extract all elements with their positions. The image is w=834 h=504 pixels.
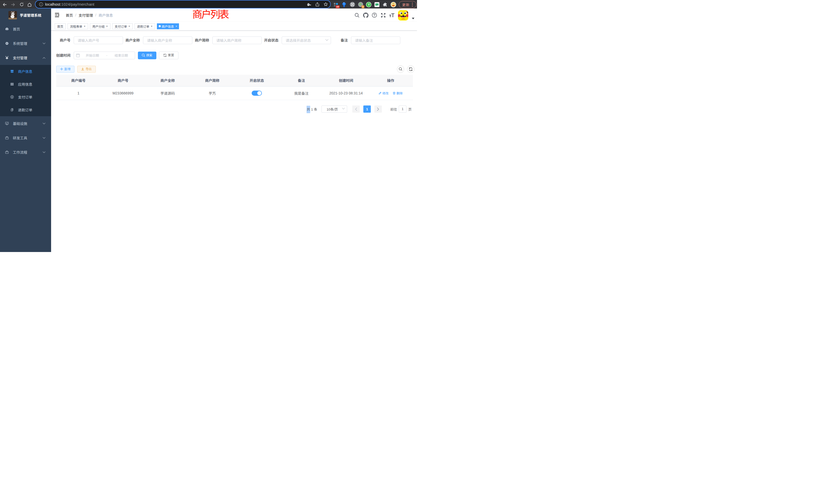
remark-input[interactable]: 请输入备注 <box>351 37 400 44</box>
pagination-goto: 前往 1 页 <box>390 106 412 113</box>
text-size-icon <box>389 13 395 18</box>
question-circle-icon <box>372 13 377 18</box>
avatar[interactable] <box>398 10 408 21</box>
col-merchant-id[interactable]: 商户编号 <box>56 75 101 87</box>
reset-button[interactable]: 重置 <box>159 51 178 59</box>
user-avatar-dropdown[interactable] <box>396 8 417 22</box>
tab-close-icon[interactable]: × <box>175 25 177 28</box>
tab-payment-orders[interactable]: 支付订单× <box>112 23 133 29</box>
sidebar-item-system[interactable]: 系统管理 <box>0 36 51 50</box>
search-button[interactable]: 搜索 <box>138 51 156 59</box>
status-toggle[interactable] <box>251 91 262 96</box>
tab-refund-orders[interactable]: 退款订单× <box>135 23 155 29</box>
header-search-button[interactable] <box>353 8 361 22</box>
col-create-time[interactable]: 创建时间 <box>324 75 369 87</box>
url-bar[interactable]: localhost:1024/pay/merchant <box>36 1 330 8</box>
password-key-icon[interactable] <box>307 2 311 7</box>
sidebar-item-payment[interactable]: 支付管理 <box>0 50 51 65</box>
cell-merchant-name: 芋道源码 <box>145 87 190 100</box>
col-merchant-short-name[interactable]: 商户简称 <box>190 75 235 87</box>
sidebar-item-refund-orders[interactable]: 退款订单 <box>0 104 51 116</box>
sidebar-item-merchant-info[interactable]: 商户信息 <box>0 65 51 78</box>
cell-remark: 我是备注 <box>279 87 324 100</box>
chevron-left-icon <box>355 108 357 111</box>
ext-meet-icon[interactable] <box>374 2 380 7</box>
breadcrumb-home[interactable]: 首页 <box>66 13 73 18</box>
form-item-merchant-short-name: 商户简称 请输入商户简称 <box>195 37 262 44</box>
form-item-merchant-name: 商户全称 请输入商户全称 <box>126 37 192 44</box>
browser-update-menu-button[interactable]: 更新 <box>399 1 417 8</box>
sidebar-logo[interactable]: 芋道管理系统 <box>0 8 51 22</box>
browser-back-button[interactable] <box>1 0 8 9</box>
font-size-button[interactable] <box>388 8 396 22</box>
tab-merchant-info[interactable]: 商户信息× <box>157 23 179 29</box>
github-link-button[interactable] <box>361 8 370 22</box>
help-doc-button[interactable] <box>370 8 379 22</box>
col-remark[interactable]: 备注 <box>279 75 324 87</box>
status-select[interactable]: 请选择开启状态 <box>282 37 331 44</box>
emoji-face-icon <box>391 2 396 7</box>
bookmark-star-icon[interactable] <box>323 2 328 7</box>
edit-button[interactable]: 修改 <box>378 91 389 95</box>
app-root: localhost:1024/pay/merchant 10 1 <box>0 0 417 252</box>
col-actions[interactable]: 操作 <box>368 75 413 87</box>
tab-close-icon[interactable]: × <box>128 25 130 28</box>
fullscreen-button[interactable] <box>379 8 388 22</box>
col-merchant-name[interactable]: 商户全称 <box>145 75 190 87</box>
extensions-puzzle-button[interactable] <box>382 2 388 7</box>
sidebar-item-dev-tools[interactable]: 研发工具 <box>0 131 51 145</box>
grid-table-icon <box>10 83 14 86</box>
ext-recorder-icon[interactable]: 1 <box>358 2 363 7</box>
merchant-short-name-input[interactable]: 请输入商户简称 <box>212 37 262 44</box>
browser-reload-button[interactable] <box>18 0 25 9</box>
sidebar: 芋道管理系统 首页 系统管理 支付管理 <box>0 8 51 252</box>
browser-forward-button[interactable] <box>9 0 17 9</box>
page-number-1[interactable]: 1 <box>363 106 371 113</box>
ext-balloon-icon[interactable] <box>341 2 347 7</box>
sidebar-toggle-button[interactable] <box>55 13 59 17</box>
browser-home-button[interactable] <box>26 0 34 9</box>
next-page-button[interactable] <box>374 106 382 113</box>
profile-avatar-emoji[interactable] <box>391 2 396 7</box>
prev-page-button[interactable] <box>352 106 360 113</box>
tab-user-group[interactable]: 用户分组× <box>90 23 110 29</box>
sidebar-item-label: 研发工具 <box>13 135 27 140</box>
browser-toolbar: localhost:1024/pay/merchant 10 1 <box>0 0 417 8</box>
tab-home[interactable]: 首页 <box>55 23 66 29</box>
breadcrumb-payment[interactable]: 支付管理 <box>79 13 93 18</box>
sidebar-item-app-info[interactable]: 应用信息 <box>0 78 51 91</box>
page-size-select[interactable]: 10条/页 <box>322 106 347 113</box>
merchant-no-input[interactable]: 请输入商户号 <box>74 37 123 44</box>
tab-close-icon[interactable]: × <box>106 25 108 28</box>
site-info-icon[interactable] <box>39 2 43 6</box>
col-status[interactable]: 开启状态 <box>235 75 279 87</box>
end-date-placeholder[interactable]: 结束日期 <box>109 53 133 58</box>
tab-close-icon[interactable]: × <box>151 25 153 28</box>
sidebar-item-home[interactable]: 首页 <box>0 22 51 36</box>
search-icon <box>355 13 359 18</box>
share-icon[interactable] <box>315 2 320 7</box>
tab-close-icon[interactable]: × <box>84 25 86 28</box>
sidebar-item-workflow[interactable]: 工作流程 <box>0 145 51 159</box>
add-button[interactable]: 新增 <box>56 66 74 73</box>
goto-page-input[interactable]: 1 <box>399 106 407 113</box>
ext-tab-manager-icon[interactable]: 10 <box>333 2 339 7</box>
tab-process-form[interactable]: 流程表单× <box>68 23 88 29</box>
export-button[interactable]: 导出 <box>77 66 96 73</box>
create-time-range-picker[interactable]: 开始日期 - 结束日期 <box>74 51 135 59</box>
start-date-placeholder[interactable]: 开始日期 <box>80 53 105 58</box>
sidebar-item-infrastructure[interactable]: 基础设施 <box>0 116 51 131</box>
github-icon <box>363 13 369 18</box>
balloon-icon <box>342 2 346 7</box>
briefcase-icon <box>5 136 9 140</box>
toggle-search-button[interactable] <box>397 65 404 73</box>
ext-y-icon[interactable] <box>366 2 372 7</box>
col-merchant-no[interactable]: 商户号 <box>101 75 145 87</box>
command-icon <box>350 2 355 7</box>
sidebar-item-payment-orders[interactable]: 支付订单 <box>0 91 51 104</box>
refresh-table-button[interactable] <box>407 65 414 73</box>
delete-button[interactable]: 删除 <box>393 91 403 95</box>
ext-badge-count: 10 <box>336 5 340 8</box>
ext-command-icon[interactable] <box>349 2 355 7</box>
merchant-name-input[interactable]: 请输入商户全称 <box>143 37 192 44</box>
